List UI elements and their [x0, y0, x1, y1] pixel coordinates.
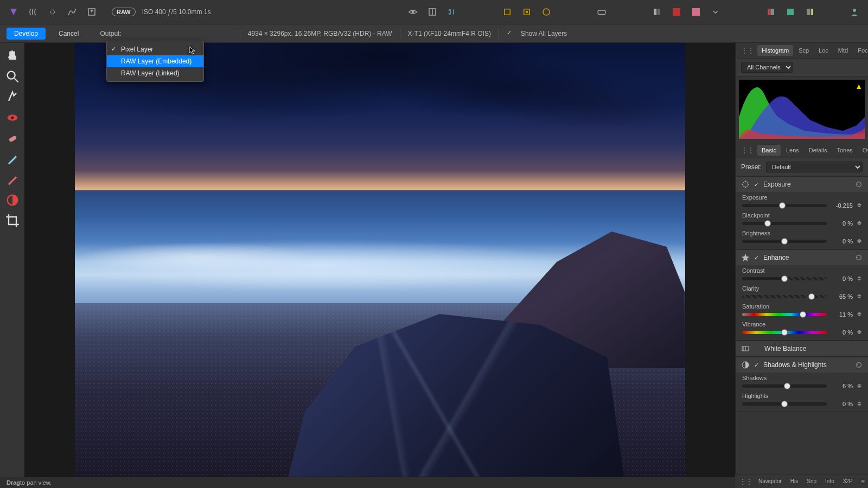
blackpoint-stepper[interactable] — [857, 220, 861, 227]
zoom-tool-icon[interactable] — [5, 69, 20, 84]
tab-basic[interactable]: Basic — [757, 145, 781, 156]
clarity-slider[interactable] — [742, 295, 827, 298]
section-shadows-highlights[interactable]: ✓ Shadows & Highlights — [736, 357, 868, 373]
persona-tone-icon[interactable] — [64, 4, 80, 20]
dropdown-item-linked[interactable]: RAW Layer (Linked) — [107, 67, 203, 79]
develop-button[interactable]: Develop — [7, 28, 46, 40]
tab-history[interactable]: His — [787, 477, 802, 485]
contrast-slider[interactable] — [742, 277, 827, 280]
highlights-value[interactable]: 0 % — [831, 401, 853, 407]
reset-icon[interactable] — [855, 361, 863, 369]
drag-handle-icon[interactable]: ⋮⋮ — [739, 47, 756, 54]
overlay-gradient-tool-icon[interactable] — [5, 192, 20, 208]
app-logo-icon[interactable] — [5, 4, 22, 20]
clip-tones-icon[interactable] — [538, 4, 554, 20]
tab-lens[interactable]: Lens — [782, 145, 803, 156]
layout-1-icon[interactable] — [763, 4, 779, 20]
white-balance-tool-icon[interactable] — [5, 89, 20, 105]
persona-export-icon[interactable] — [84, 4, 100, 20]
sync-icon[interactable] — [593, 4, 610, 20]
cancel-button[interactable]: Cancel — [53, 28, 84, 40]
brightness-slider[interactable] — [742, 240, 827, 243]
overlay-erase-tool-icon[interactable] — [5, 172, 20, 187]
clarity-value[interactable]: 65 % — [831, 293, 853, 300]
persona-develop-icon[interactable] — [44, 4, 61, 20]
red-eye-tool-icon[interactable] — [5, 110, 20, 125]
brightness-stepper[interactable] — [857, 237, 861, 245]
tab-details[interactable]: Details — [805, 145, 832, 156]
split-view-icon[interactable] — [424, 4, 441, 20]
blackpoint-label: Blackpoint — [742, 212, 861, 219]
svg-point-2 — [412, 11, 414, 14]
persona-liquify-icon[interactable] — [25, 4, 41, 20]
swatch-pink[interactable] — [688, 4, 704, 20]
shadows-slider[interactable] — [742, 384, 827, 388]
tab-histogram[interactable]: Histogram — [757, 45, 793, 56]
saturation-value[interactable]: 11 % — [831, 311, 853, 318]
contrast-label: Contrast — [742, 267, 861, 274]
overlay-paint-tool-icon[interactable] — [5, 151, 20, 166]
tab-metadata[interactable]: Mtd — [834, 45, 852, 56]
clarity-stepper[interactable] — [857, 293, 861, 300]
enhance-toggle[interactable]: ✓ — [754, 254, 759, 261]
drag-handle-icon[interactable]: ⋮⋮ — [738, 478, 754, 485]
reset-icon[interactable] — [855, 254, 863, 261]
saturation-stepper[interactable] — [857, 311, 861, 318]
tab-overlays[interactable]: Overlays — [858, 145, 868, 156]
section-white-balance[interactable]: White Balance — [736, 341, 868, 357]
view-eye-icon[interactable] — [405, 4, 421, 20]
capture-metadata: ISO 400 ƒ/5 10.0mm 1s — [142, 8, 211, 16]
panel-menu-icon[interactable]: ≡ — [861, 478, 865, 485]
hand-tool-icon[interactable] — [5, 48, 20, 63]
dropdown-item-embedded[interactable]: RAW Layer (Embedded) — [107, 55, 203, 67]
layout-2-icon[interactable] — [782, 4, 799, 20]
exposure-stepper[interactable] — [857, 202, 861, 209]
blackpoint-value[interactable]: 0 % — [831, 220, 853, 227]
sh-toggle[interactable]: ✓ — [754, 362, 759, 369]
vibrance-stepper[interactable] — [857, 329, 861, 336]
channels-select[interactable]: All Channels — [741, 62, 793, 73]
tab-snapshots[interactable]: Snp — [803, 477, 820, 485]
show-all-layers-checkbox[interactable] — [507, 30, 513, 37]
canvas-viewport[interactable] — [24, 43, 735, 477]
svg-point-21 — [11, 117, 14, 119]
exposure-toggle[interactable]: ✓ — [754, 181, 759, 188]
preset-select[interactable]: Default — [766, 162, 863, 172]
blemish-tool-icon[interactable] — [5, 131, 20, 146]
tab-location[interactable]: Loc — [814, 45, 833, 56]
clip-shadows-icon[interactable] — [499, 4, 515, 20]
saturation-slider[interactable] — [742, 313, 827, 316]
blackpoint-slider[interactable] — [742, 222, 827, 225]
contrast-value[interactable]: 0 % — [831, 275, 853, 282]
hint-action: Drag — [7, 479, 20, 486]
chevron-down-icon[interactable] — [707, 4, 724, 20]
vibrance-value[interactable]: 0 % — [831, 329, 853, 336]
shadows-stepper[interactable] — [857, 382, 861, 389]
mirror-view-icon[interactable] — [444, 4, 460, 20]
exposure-value[interactable]: -0.215 — [831, 202, 853, 209]
tab-focus[interactable]: Focus — [853, 45, 868, 56]
mouse-cursor-icon — [189, 46, 197, 56]
highlights-stepper[interactable] — [857, 400, 861, 407]
shadows-value[interactable]: 6 % — [831, 383, 853, 389]
tab-navigator[interactable]: Navigator — [755, 477, 786, 485]
brightness-value[interactable]: 0 % — [831, 238, 853, 245]
section-exposure[interactable]: ✓ Exposure — [736, 176, 868, 192]
tab-info[interactable]: Info — [821, 477, 838, 485]
drag-handle-icon[interactable]: ⋮⋮ — [739, 146, 756, 154]
highlights-slider[interactable] — [742, 402, 827, 406]
tab-32p[interactable]: 32P — [839, 477, 857, 485]
contrast-stepper[interactable] — [857, 275, 861, 282]
swatch-red[interactable] — [668, 4, 685, 20]
exposure-slider[interactable] — [742, 204, 827, 207]
section-enhance[interactable]: ✓ Enhance — [736, 249, 868, 265]
crop-tool-icon[interactable] — [5, 213, 20, 228]
account-icon[interactable] — [846, 4, 863, 20]
reset-icon[interactable] — [855, 181, 863, 188]
layout-3-icon[interactable] — [802, 4, 818, 20]
clip-highlights-icon[interactable] — [519, 4, 535, 20]
tab-tones[interactable]: Tones — [832, 145, 857, 156]
vibrance-slider[interactable] — [742, 331, 827, 334]
swatch-panel-icon[interactable] — [649, 4, 665, 20]
tab-scope[interactable]: Scp — [794, 45, 813, 56]
